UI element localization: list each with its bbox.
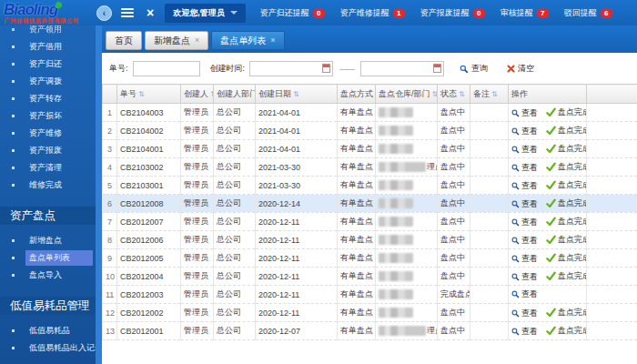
complete-action[interactable]: 盘点完成 — [546, 197, 587, 209]
view-action[interactable]: 查看 — [511, 271, 538, 283]
view-action-label: 查看 — [521, 308, 538, 319]
reminder-item[interactable]: 资产归还提醒0 — [260, 7, 325, 19]
table-row[interactable]: 6CB2012008管理员总公司2020-12-14有单盘点盘点中查看盘点完成 — [103, 195, 637, 213]
user-menu[interactable]: 欢迎您,管理员 — [165, 4, 246, 23]
sidebar-item[interactable]: 资产借用 — [0, 38, 96, 56]
view-action-label: 查看 — [521, 107, 538, 119]
table-row[interactable]: 8CB2012006管理员总公司2020-12-11有单盘点盘点中查看盘点完成 — [103, 231, 637, 249]
calendar-icon[interactable] — [433, 64, 441, 73]
table-row[interactable]: 1CB2104003管理员总公司2021-04-01有单盘点盘点中查看盘点完成 — [103, 104, 637, 122]
search-button[interactable]: 查询 — [456, 63, 491, 75]
complete-action[interactable]: 盘点完成 — [546, 307, 587, 318]
col-header[interactable]: 操作 — [509, 85, 587, 104]
sort-icon[interactable]: ⇅ — [293, 90, 299, 98]
complete-action[interactable]: 盘点完成 — [546, 234, 587, 246]
table-row[interactable]: 9CB2012005管理员总公司2020-12-11有单盘点盘点中查看盘点完成 — [103, 249, 637, 268]
cell-order-no: CB2104002 — [117, 122, 181, 140]
complete-action[interactable]: 盘点完成 — [546, 143, 587, 155]
col-header[interactable]: 创建日期⇅ — [256, 85, 338, 104]
sort-icon[interactable]: ⇅ — [138, 90, 145, 98]
table-row[interactable]: 12CB2012002管理员总公司2020-12-11有单盘点盘点中查看盘点完成 — [103, 304, 637, 322]
sort-icon[interactable]: ⇅ — [491, 90, 498, 98]
date-to-input[interactable] — [361, 63, 430, 75]
sidebar-item[interactable]: 资产清理 — [0, 159, 96, 177]
sidebar-item[interactable]: 资产领用 — [0, 25, 96, 38]
complete-action-label: 盘点完成 — [558, 161, 587, 173]
col-header[interactable]: 备注⇅ — [470, 85, 509, 104]
tab-active[interactable]: 盘点单列表× — [211, 31, 284, 50]
sidebar-item[interactable]: 新增盘点 — [0, 232, 96, 249]
reminder-item[interactable]: 资产维修提醒1 — [340, 7, 405, 19]
table-row[interactable]: 2CB2104002管理员总公司2021-04-01有单盘点盘点中查看盘点完成 — [103, 122, 637, 140]
sort-icon[interactable]: ⇅ — [459, 90, 465, 98]
cell-warehouse — [376, 140, 438, 158]
sidebar-item[interactable]: 维修完成 — [0, 177, 96, 194]
table-row[interactable]: 5CB2103001管理员总公司2021-03-30有单盘点盘点中查看盘点完成 — [103, 177, 637, 195]
sidebar-item[interactable]: 低值易耗品出入记录 — [0, 339, 96, 357]
sidebar-item[interactable]: 资产损坏 — [0, 107, 96, 125]
complete-action[interactable]: 盘点完成 — [546, 270, 587, 282]
table-row[interactable]: 7CB2012007管理员总公司2020-12-11有单盘点盘点中查看盘点完成 — [103, 213, 637, 231]
table-row[interactable]: 10CB2012004管理员总公司2020-12-11有单盘点盘点中查看盘点完成 — [103, 268, 637, 286]
sidebar-section-title[interactable]: 资产盘点 — [0, 207, 96, 225]
sidebar-item[interactable]: 资产报废 — [0, 142, 96, 159]
view-action[interactable]: 查看 — [511, 180, 538, 192]
complete-action[interactable]: 盘点完成 — [546, 325, 587, 337]
calendar-icon[interactable] — [322, 64, 330, 73]
complete-action[interactable]: 盘点完成 — [546, 125, 587, 136]
view-action[interactable]: 查看 — [511, 288, 538, 300]
close-icon[interactable]: × — [147, 6, 154, 19]
sidebar-item-active[interactable]: 盘点单列表 — [0, 249, 96, 267]
tab-item[interactable]: 首页 — [106, 31, 142, 50]
order-no-input[interactable] — [133, 61, 200, 76]
sidebar-item[interactable]: 资产归还 — [0, 56, 96, 73]
reminder-item[interactable]: 审核提醒7 — [500, 7, 549, 19]
tab-close-icon[interactable]: × — [195, 36, 199, 45]
sidebar-item[interactable]: 低值易耗品 — [0, 322, 96, 339]
check-icon — [546, 144, 556, 154]
menu-icon[interactable] — [121, 8, 134, 17]
view-action[interactable]: 查看 — [511, 198, 538, 210]
reminder-item[interactable]: 驳回提醒6 — [564, 7, 612, 19]
collapse-back-icon[interactable]: ‹ — [96, 5, 112, 21]
complete-action[interactable]: 盘点完成 — [546, 216, 587, 228]
view-action[interactable]: 查看 — [511, 235, 538, 247]
sort-icon[interactable]: ⇅ — [210, 90, 214, 98]
sort-icon[interactable]: ⇅ — [432, 90, 438, 98]
table-row[interactable]: 4CB2103002管理员总公司2021-03-30有单盘点理点盘点中查看盘点完… — [103, 158, 637, 177]
view-action[interactable]: 查看 — [511, 217, 538, 228]
sidebar-item[interactable]: 资产维修 — [0, 125, 96, 142]
sidebar-item[interactable]: 盘点导入 — [0, 267, 96, 284]
tab-close-icon[interactable]: × — [270, 36, 275, 45]
col-header[interactable]: 盘点方式⇅ — [338, 85, 376, 104]
tab-item[interactable]: 新增盘点× — [145, 31, 208, 50]
table-row[interactable]: 13CB2012001管理员总公司2020-12-07有单盘点理点盘点中查看盘点… — [103, 322, 637, 340]
col-header[interactable]: 状态⇅ — [438, 85, 470, 104]
sidebar-splitter[interactable] — [96, 25, 102, 364]
clear-button[interactable]: 清空 — [503, 63, 538, 75]
complete-action[interactable]: 盘点完成 — [546, 179, 587, 191]
col-header[interactable]: 单号⇅ — [117, 85, 181, 104]
col-header[interactable]: 创建人⇅ — [181, 85, 214, 104]
col-header-filler — [587, 85, 637, 104]
table-row[interactable]: 3CB2104001管理员总公司2021-04-01有单盘点盘点中查看盘点完成 — [103, 140, 637, 158]
logo-text: Biaoling — [4, 1, 57, 18]
view-action[interactable]: 查看 — [511, 126, 538, 137]
sidebar-item[interactable]: 资产转存 — [0, 90, 96, 107]
complete-action[interactable]: 盘点完成 — [546, 252, 587, 264]
sidebar-item[interactable]: 资产调拨 — [0, 73, 96, 90]
view-action[interactable]: 查看 — [511, 326, 538, 338]
sidebar-section-title[interactable]: 低值易耗品管理 — [0, 297, 96, 315]
reminder-item[interactable]: 资产报废提醒0 — [420, 7, 485, 19]
date-from-input[interactable] — [250, 63, 319, 75]
view-action[interactable]: 查看 — [511, 253, 538, 265]
col-header[interactable]: 创建人部门⇅ — [214, 85, 256, 104]
table-row[interactable]: 11CB2012003管理员总公司2020-12-11有单盘点完成盘点查看 — [103, 286, 637, 304]
complete-action[interactable]: 盘点完成 — [546, 106, 587, 118]
view-action[interactable]: 查看 — [511, 144, 538, 156]
view-action[interactable]: 查看 — [511, 308, 538, 319]
col-header[interactable]: 盘点仓库/部门⇅ — [376, 85, 438, 104]
complete-action[interactable]: 盘点完成 — [546, 161, 587, 173]
view-action[interactable]: 查看 — [511, 107, 538, 119]
view-action[interactable]: 查看 — [511, 162, 538, 174]
